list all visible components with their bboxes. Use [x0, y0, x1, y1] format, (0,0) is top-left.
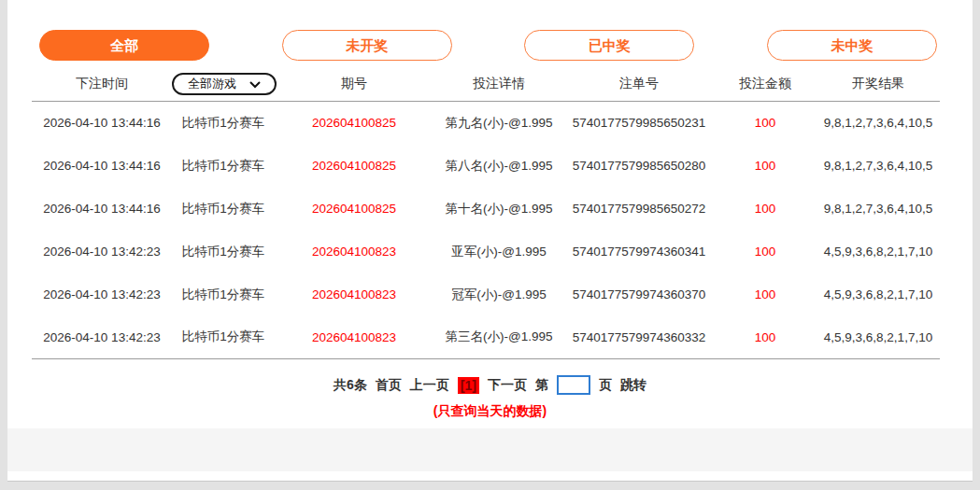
filter-won-button[interactable]: 已中奖 — [524, 30, 694, 61]
header-order-number: 注单号 — [564, 73, 714, 102]
game-name-cell: 比特币1分赛车 — [172, 102, 275, 145]
lower-gray-area — [7, 428, 973, 471]
order-number-cell: 5740177579985650231 — [564, 102, 714, 145]
table-row: 2026-04-10 13:44:16 比特币1分赛车 202604100825… — [32, 102, 940, 145]
bet-detail-cell: 第三名(小)-@1.995 — [433, 316, 564, 359]
draw-result-cell: 9,8,1,2,7,3,6,4,10,5 — [817, 145, 940, 188]
page-prefix-label: 第 — [535, 377, 548, 394]
bet-records-panel: 全部 未开奖 已中奖 未中奖 下注时间 全部游戏 — [7, 0, 973, 428]
bet-amount-cell: 100 — [714, 316, 817, 359]
period-number-cell: 202604100823 — [275, 231, 433, 273]
bet-amount-cell: 100 — [714, 145, 817, 188]
order-number-cell: 5740177579985650272 — [564, 188, 714, 231]
bet-time-cell: 2026-04-10 13:44:16 — [32, 188, 172, 231]
bet-detail-cell: 第十名(小)-@1.995 — [433, 188, 564, 231]
bet-detail-cell: 冠军(小)-@1.995 — [433, 273, 564, 316]
header-game-cell: 全部游戏 — [172, 73, 275, 102]
bet-detail-cell: 亚军(小)-@1.995 — [433, 231, 564, 273]
bet-amount-cell: 100 — [714, 231, 817, 273]
first-page-link[interactable]: 首页 — [376, 377, 402, 394]
footer-bar — [7, 471, 973, 482]
period-number-cell: 202604100823 — [275, 273, 433, 316]
bet-detail-cell: 第八名(小)-@1.995 — [433, 145, 564, 188]
current-page-indicator: [1] — [458, 377, 479, 394]
table-row: 2026-04-10 13:42:23 比特币1分赛车 202604100823… — [32, 273, 940, 316]
period-number-cell: 202604100825 — [275, 145, 433, 188]
order-number-cell: 5740177579974360341 — [564, 231, 714, 273]
filter-not-drawn-button[interactable]: 未开奖 — [282, 30, 452, 61]
header-bet-amount: 投注金额 — [714, 73, 817, 102]
header-bet-detail: 投注详情 — [433, 73, 564, 102]
header-draw-result: 开奖结果 — [817, 73, 940, 102]
game-name-cell: 比特币1分赛车 — [172, 273, 275, 316]
table-row: 2026-04-10 13:44:16 比特币1分赛车 202604100825… — [32, 188, 940, 231]
filter-tabs: 全部 未开奖 已中奖 未中奖 — [7, 0, 973, 61]
total-count-label: 共6条 — [334, 377, 367, 394]
draw-result-cell: 9,8,1,2,7,3,6,4,10,5 — [817, 188, 940, 231]
table-row: 2026-04-10 13:42:23 比特币1分赛车 202604100823… — [32, 231, 940, 273]
pagination: 共6条 首页 上一页 [1] 下一页 第 页 跳转 — [7, 375, 973, 395]
bet-time-cell: 2026-04-10 13:42:23 — [32, 273, 172, 316]
order-number-cell: 5740177579974360370 — [564, 273, 714, 316]
period-number-cell: 202604100825 — [275, 188, 433, 231]
prev-page-link[interactable]: 上一页 — [410, 377, 449, 394]
bet-records-table-wrap: 下注时间 全部游戏 期号 投注详情 注单号 投注金额 开奖结果 — [7, 61, 973, 359]
bet-time-cell: 2026-04-10 13:42:23 — [32, 316, 172, 359]
draw-result-cell: 4,5,9,3,6,8,2,1,7,10 — [817, 316, 940, 359]
filter-all-button[interactable]: 全部 — [39, 30, 209, 61]
game-name-cell: 比特币1分赛车 — [172, 316, 275, 359]
game-name-cell: 比特币1分赛车 — [172, 188, 275, 231]
draw-result-cell: 9,8,1,2,7,3,6,4,10,5 — [817, 102, 940, 145]
chevron-down-icon — [249, 81, 261, 89]
bet-detail-cell: 第九名(小)-@1.995 — [433, 102, 564, 145]
bet-amount-cell: 100 — [714, 102, 817, 145]
game-filter-select[interactable]: 全部游戏 — [172, 73, 277, 95]
order-number-cell: 5740177579974360332 — [564, 316, 714, 359]
today-only-note: (只查询当天的数据) — [7, 403, 973, 420]
table-row: 2026-04-10 13:44:16 比特币1分赛车 202604100825… — [32, 145, 940, 188]
bet-time-cell: 2026-04-10 13:44:16 — [32, 145, 172, 188]
page-suffix-label: 页 — [599, 377, 612, 394]
jump-button[interactable]: 跳转 — [620, 377, 646, 394]
game-name-cell: 比特币1分赛车 — [172, 231, 275, 273]
table-row: 2026-04-10 13:42:23 比特币1分赛车 202604100823… — [32, 316, 940, 359]
draw-result-cell: 4,5,9,3,6,8,2,1,7,10 — [817, 273, 940, 316]
period-number-cell: 202604100825 — [275, 102, 433, 145]
page-number-input[interactable] — [557, 375, 590, 395]
filter-not-won-button[interactable]: 未中奖 — [767, 30, 937, 61]
game-select-value: 全部游戏 — [188, 76, 236, 92]
bet-amount-cell: 100 — [714, 273, 817, 316]
period-number-cell: 202604100823 — [275, 316, 433, 359]
next-page-link[interactable]: 下一页 — [488, 377, 527, 394]
header-period: 期号 — [275, 73, 433, 102]
bet-records-table: 下注时间 全部游戏 期号 投注详情 注单号 投注金额 开奖结果 — [32, 73, 940, 359]
game-name-cell: 比特币1分赛车 — [172, 145, 275, 188]
header-bet-time: 下注时间 — [32, 73, 172, 102]
bet-amount-cell: 100 — [714, 188, 817, 231]
bet-time-cell: 2026-04-10 13:44:16 — [32, 102, 172, 145]
draw-result-cell: 4,5,9,3,6,8,2,1,7,10 — [817, 231, 940, 273]
table-header-row: 下注时间 全部游戏 期号 投注详情 注单号 投注金额 开奖结果 — [32, 73, 940, 102]
order-number-cell: 5740177579985650280 — [564, 145, 714, 188]
bet-time-cell: 2026-04-10 13:42:23 — [32, 231, 172, 273]
